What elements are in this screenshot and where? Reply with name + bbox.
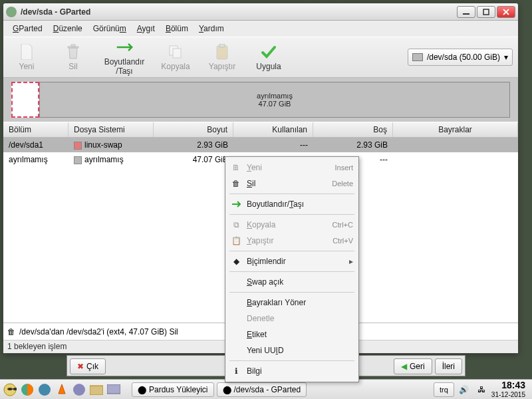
audio-icon[interactable] [72, 382, 86, 397]
info-icon: ℹ [231, 366, 241, 376]
start-menu-icon[interactable] [3, 382, 17, 397]
separator [229, 292, 354, 293]
toolbar-paste: Yapıştır [199, 41, 245, 74]
fs-swatch-swap [74, 142, 82, 150]
col-used[interactable]: Kullanılan [233, 122, 313, 137]
thunderbird-icon[interactable] [37, 382, 52, 397]
copy-icon: ⧉ [231, 219, 241, 230]
app-icon [6, 7, 17, 17]
vlc-icon[interactable] [55, 382, 69, 397]
svg-rect-1 [483, 9, 489, 15]
svg-rect-5 [219, 44, 225, 47]
svg-point-9 [73, 384, 85, 396]
format-icon: ◆ [231, 256, 241, 267]
svg-rect-0 [463, 13, 469, 15]
exit-button[interactable]: ✖Çık [70, 358, 106, 374]
task-installer[interactable]: ⬤Pardus Yükleyici [132, 382, 214, 397]
svg-rect-11 [107, 384, 120, 394]
table-header: Bölüm Dosya Sistemi Boyut Kullanılan Boş… [3, 122, 518, 138]
paste-icon [213, 43, 231, 61]
document-icon [18, 43, 35, 61]
resize-icon [231, 199, 241, 209]
document-icon: 🗎 [231, 162, 241, 173]
arrow-left-icon: ◀ [401, 362, 407, 371]
titlebar[interactable]: /dev/sda - GParted [3, 3, 518, 21]
ctx-format[interactable]: ◆Biçimlendir [225, 253, 358, 269]
table-row[interactable]: /dev/sda1 linux-swap 2.93 GiB --- 2.93 G… [3, 138, 518, 152]
partition-graph[interactable]: ayrılmamış 47.07 GiB [3, 78, 518, 122]
segment-unallocated[interactable]: ayrılmamış 47.07 GiB [39, 82, 510, 118]
menu-bolum[interactable]: Bölüm [162, 22, 192, 35]
ctx-delete[interactable]: 🗑SilDelete [225, 176, 358, 192]
desktop-icon[interactable] [106, 382, 121, 397]
firefox-icon[interactable] [20, 382, 35, 397]
separator [229, 271, 354, 272]
svg-rect-10 [90, 386, 103, 395]
ctx-uuid[interactable]: Yeni UUID [225, 342, 358, 358]
ctx-flags[interactable]: Bayrakları Yöner [225, 295, 358, 311]
toolbar-new: Yeni [3, 41, 50, 74]
menubar: GParted Düzenle Görünüm Aygıt Bölüm Yard… [3, 21, 518, 37]
menu-gorunum[interactable]: Görünüm [89, 22, 130, 35]
svg-rect-3 [173, 49, 181, 58]
col-flags[interactable]: Bayraklar [393, 122, 518, 137]
installer-icon: ⬤ [138, 385, 146, 394]
trash-icon: 🗑 [231, 178, 241, 189]
col-size[interactable]: Boyut [154, 122, 233, 137]
svg-point-8 [39, 384, 51, 396]
ctx-check: Denetle [225, 311, 358, 327]
ctx-paste: 📋YapıştırCtrl+V [225, 233, 358, 249]
close-button[interactable] [497, 6, 515, 18]
back-button[interactable]: ◀Geri [394, 358, 432, 374]
copy-icon [167, 43, 184, 61]
col-free[interactable]: Boş [313, 122, 393, 137]
files-icon[interactable] [89, 382, 104, 397]
keyboard-layout[interactable]: trq [434, 382, 454, 397]
exit-icon: ✖ [77, 362, 84, 371]
toolbar-resize[interactable]: Boyutlandır /Taşı [96, 36, 152, 78]
disk-icon [412, 53, 423, 61]
menu-aygit[interactable]: Aygıt [133, 22, 159, 35]
col-partition[interactable]: Bölüm [3, 122, 68, 137]
toolbar: Yeni Sil Boyutlandır /Taşı Kopyala Yapış… [3, 37, 518, 78]
disk-icon: 🗑 [7, 327, 15, 336]
col-filesystem[interactable]: Dosya Sistemi [68, 122, 154, 137]
separator [229, 214, 354, 215]
ctx-resize[interactable]: Boyutlandır/Taşı [225, 196, 358, 212]
separator [229, 251, 354, 251]
toolbar-copy: Kopyala [152, 41, 199, 74]
minimize-button[interactable] [457, 6, 475, 18]
ctx-copy: ⧉KopyalaCtrl+C [225, 217, 358, 233]
fs-swatch-unallocated [74, 156, 82, 164]
menu-duzenle[interactable]: Düzenle [49, 22, 86, 35]
maximize-button[interactable] [477, 6, 495, 18]
toolbar-delete: Sil [50, 41, 96, 74]
separator [229, 194, 354, 194]
network-icon[interactable]: 🖧 [474, 382, 489, 397]
gparted-icon: ⬤ [223, 385, 231, 394]
clock[interactable]: 18:43 31-12-2015 [491, 380, 529, 398]
check-icon [260, 43, 277, 61]
device-selector[interactable]: /dev/sda (50.00 GiB) ▾ [408, 49, 513, 66]
task-gparted[interactable]: ⬤/dev/sda - GParted [217, 382, 307, 397]
menu-yardim[interactable]: Yardım [195, 22, 228, 35]
trash-icon [65, 43, 82, 61]
segment-sda1[interactable] [11, 82, 39, 118]
ctx-swapon[interactable]: Swap açık [225, 274, 358, 290]
svg-rect-4 [217, 46, 227, 59]
ctx-new: 🗎YeniInsert [225, 160, 358, 176]
volume-icon[interactable]: 🔊 [457, 382, 471, 397]
context-menu: 🗎YeniInsert 🗑SilDelete Boyutlandır/Taşı … [225, 156, 359, 382]
forward-button[interactable]: İleri [435, 358, 462, 374]
resize-icon [116, 39, 133, 56]
chevron-down-icon: ▾ [504, 53, 508, 62]
paste-icon: 📋 [231, 235, 241, 246]
ctx-info[interactable]: ℹBilgi [225, 363, 358, 379]
separator [229, 360, 354, 361]
menu-gparted[interactable]: GParted [9, 22, 47, 35]
ctx-label[interactable]: Etiket [225, 327, 358, 342]
window-title: /dev/sda - GParted [21, 7, 456, 17]
toolbar-apply[interactable]: Uygula [245, 41, 292, 74]
